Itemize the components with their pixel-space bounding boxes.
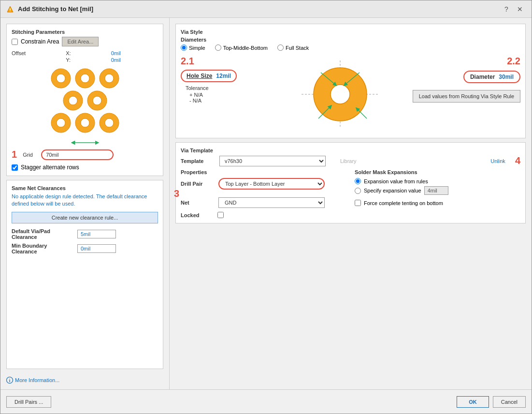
grid-input[interactable]	[41, 149, 114, 160]
library-label: Library	[340, 158, 357, 164]
dialog-title: Add Stitching to Net [mil]	[18, 5, 93, 13]
offset-y-label: Y:	[66, 57, 108, 63]
clearances-section: Same Net Clearances No applicable design…	[6, 180, 163, 369]
properties-left: Properties Drill Pair Top Layer - Bottom…	[181, 169, 345, 218]
default-via-pad-row: Default Via/PadClearance	[12, 228, 158, 240]
drill-pairs-button[interactable]: Drill Pairs ...	[6, 396, 51, 408]
solder-mask-radio-group: Expansion value from rules Specify expan…	[355, 178, 520, 195]
ok-button[interactable]: OK	[457, 396, 489, 408]
annotation-21: 2.1	[181, 56, 268, 67]
via-pattern	[12, 68, 158, 133]
grid-arrow-indicator	[71, 138, 100, 147]
diameter-label: Diameter	[470, 74, 495, 80]
annotation-4: 4	[515, 155, 520, 166]
top-middle-bottom-radio[interactable]	[215, 44, 221, 51]
more-info-label: More Information...	[15, 377, 59, 383]
via-svg-diagram	[292, 56, 388, 133]
full-stack-radio-label[interactable]: Full Stack	[277, 44, 309, 51]
expansion-from-rules-radio[interactable]	[355, 178, 361, 184]
full-stack-label: Full Stack	[286, 45, 309, 51]
top-middle-bottom-radio-label[interactable]: Top-Middle-Bottom	[215, 44, 268, 51]
stagger-row: Stagger alternate rows	[12, 164, 158, 171]
properties-title: Properties	[181, 169, 345, 175]
simple-radio-label[interactable]: Simple	[181, 44, 205, 51]
stitching-params-section: Stitching Parameters Constrain Area Edit…	[6, 24, 163, 176]
full-stack-radio[interactable]	[277, 44, 284, 51]
via-details-container: 2.1 Hole Size 12mil Tolerance + N/A - N/…	[181, 56, 520, 133]
net-label: Net	[181, 200, 215, 206]
locked-checkbox[interactable]	[217, 212, 224, 218]
locked-row: Locked	[181, 212, 345, 218]
drill-pair-row: Drill Pair Top Layer - Bottom Layer	[181, 178, 345, 190]
force-tenting-label: Force complete tenting on bottom	[364, 200, 443, 206]
tenting-row: Force complete tenting on bottom	[355, 200, 520, 206]
tolerance-label: Tolerance	[186, 85, 268, 91]
clearance-warning: No applicable design rule detected. The …	[12, 193, 158, 208]
simple-label: Simple	[189, 45, 205, 51]
svg-point-6	[81, 74, 89, 83]
dialog-body: Stitching Parameters Constrain Area Edit…	[0, 18, 532, 389]
via-1	[50, 68, 72, 89]
diameter-value: 30mil	[499, 74, 514, 80]
via-4	[62, 90, 84, 111]
via-left-info: 2.1 Hole Size 12mil Tolerance + N/A - N/…	[181, 56, 268, 104]
expansion-value-input[interactable]	[424, 186, 448, 195]
tolerance-plus: + N/A	[186, 92, 268, 98]
min-boundary-input[interactable]	[77, 244, 116, 253]
via-7	[74, 112, 96, 133]
offset-x-label: X:	[66, 50, 108, 56]
svg-point-10	[69, 96, 77, 105]
cancel-button[interactable]: Cancel	[493, 396, 526, 408]
hole-size-row: Hole Size 12mil	[181, 70, 237, 82]
via-5	[86, 90, 108, 111]
offset-section: Offset X: 0mil Y: 0mil	[12, 50, 158, 63]
via-style-section: Via Style Diameters Simple Top-Middle-Bo…	[175, 24, 526, 138]
template-row: Template v76h30 Library Unlink 4	[181, 155, 520, 166]
unlink-button[interactable]: Unlink	[490, 158, 505, 164]
via-right-info: 2.2 Diameter 30mil Load values from Rout…	[413, 56, 520, 103]
specify-expansion-text: Specify expansion value	[364, 188, 421, 193]
svg-point-25	[331, 85, 350, 104]
stagger-checkbox[interactable]	[12, 164, 18, 171]
drill-pair-select[interactable]: Top Layer - Bottom Layer	[218, 178, 325, 190]
min-boundary-row: Min BoundaryClearance	[12, 243, 158, 254]
svg-point-12	[93, 96, 101, 105]
min-boundary-label: Min BoundaryClearance	[12, 243, 74, 254]
title-bar-left: Add Stitching to Net [mil]	[6, 5, 93, 13]
net-select[interactable]: GND	[218, 197, 325, 208]
expansion-from-rules-label[interactable]: Expansion value from rules	[355, 178, 520, 184]
create-clearance-button[interactable]: Create new clearance rule...	[12, 212, 158, 223]
hole-size-value: 12mil	[216, 73, 231, 79]
diameter-box: Diameter 30mil	[463, 71, 520, 83]
load-rule-button[interactable]: Load values from Routing Via Style Rule	[413, 90, 520, 103]
app-icon	[6, 5, 14, 13]
diameters-row: Simple Top-Middle-Bottom Full Stack	[181, 44, 520, 51]
edit-area-button[interactable]: Edit Area...	[62, 37, 99, 46]
left-panel: Stitching Parameters Constrain Area Edit…	[0, 18, 170, 389]
svg-point-4	[57, 74, 65, 83]
net-row: Net GND	[181, 197, 345, 208]
close-button[interactable]: ✕	[514, 3, 526, 15]
svg-point-14	[57, 118, 65, 127]
template-select[interactable]: v76h30	[219, 156, 326, 166]
force-tenting-checkbox[interactable]	[355, 200, 361, 206]
top-middle-bottom-label: Top-Middle-Bottom	[223, 45, 268, 51]
main-dialog: Add Stitching to Net [mil] ? ✕ Stitching…	[0, 0, 532, 414]
default-via-pad-input[interactable]	[77, 230, 116, 238]
more-info-link[interactable]: i More Information...	[6, 373, 163, 384]
specify-expansion-radio[interactable]	[355, 188, 361, 194]
svg-point-8	[105, 74, 114, 83]
hole-size-label: Hole Size	[187, 73, 212, 79]
grid-label: Grid	[23, 152, 37, 158]
svg-text:i: i	[9, 378, 11, 383]
tolerance-minus: - N/A	[186, 98, 268, 104]
simple-radio[interactable]	[181, 44, 187, 51]
title-bar: Add Stitching to Net [mil] ? ✕	[0, 0, 532, 18]
specify-expansion-label[interactable]: Specify expansion value	[355, 186, 520, 195]
bottom-bar: Drill Pairs ... OK Cancel	[0, 389, 532, 414]
constrain-area-checkbox[interactable]	[12, 39, 18, 45]
help-button[interactable]: ?	[501, 3, 512, 15]
expansion-from-rules-text: Expansion value from rules	[364, 178, 428, 184]
clearances-title: Same Net Clearances	[12, 185, 158, 191]
stitching-params-title: Stitching Parameters	[12, 29, 158, 35]
